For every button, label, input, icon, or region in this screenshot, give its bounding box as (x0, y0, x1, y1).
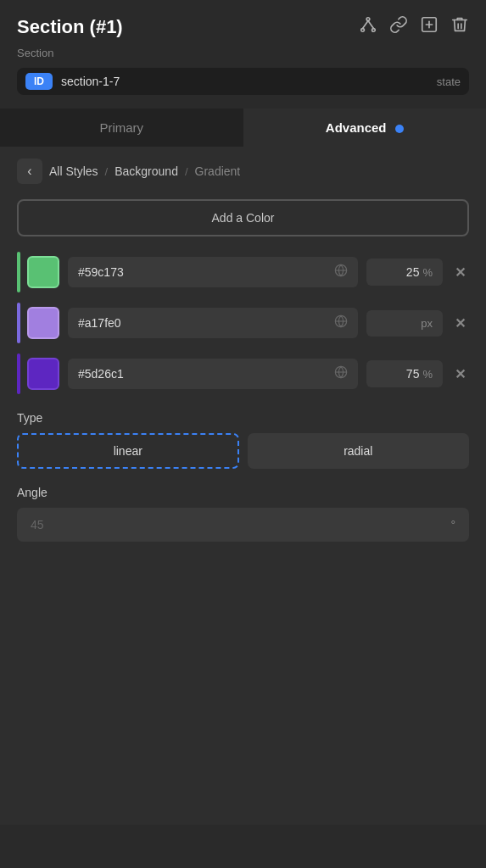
hierarchy-icon[interactable] (359, 15, 377, 38)
breadcrumb-sep-1: / (105, 165, 109, 178)
remove-btn-1[interactable]: ✕ (451, 261, 469, 284)
globe-icon-2[interactable] (334, 314, 348, 331)
tab-advanced[interactable]: Advanced (243, 108, 487, 147)
angle-label: Angle (17, 486, 469, 499)
add-color-button[interactable]: Add a Color (17, 199, 469, 236)
color-row-inner-1: #59c173 25 % ✕ (27, 256, 469, 288)
color-row-inner-3: #5d26c1 75 % ✕ (27, 358, 469, 390)
value-unit-2: px (421, 317, 433, 330)
angle-input[interactable]: 45 ° (17, 508, 469, 542)
color-hex-group-1[interactable]: #59c173 (68, 257, 358, 287)
color-hex-2: #a17fe0 (78, 316, 327, 330)
value-group-1[interactable]: 25 % (366, 259, 443, 286)
breadcrumb-gradient: Gradient (195, 164, 241, 178)
type-radial-button[interactable]: radial (248, 433, 470, 469)
header: Section (#1) (0, 0, 486, 45)
color-row-inner-2: #a17fe0 px ✕ (27, 307, 469, 339)
color-hex-3: #5d26c1 (78, 367, 327, 381)
id-badge: ID (25, 73, 53, 90)
value-unit-3: % (422, 368, 433, 381)
link-icon[interactable] (389, 15, 408, 38)
breadcrumb-all-styles[interactable]: All Styles (49, 164, 98, 178)
accent-bar-2 (17, 303, 20, 343)
value-group-3[interactable]: 75 % (366, 360, 443, 387)
back-button[interactable]: ‹ (17, 159, 42, 184)
color-hex-group-3[interactable]: #5d26c1 (68, 359, 358, 389)
value-num-3: 75 (377, 367, 419, 381)
tab-primary[interactable]: Primary (0, 108, 243, 147)
color-row-1: #59c173 25 % ✕ (17, 252, 469, 292)
id-value: section-1-7 (61, 75, 428, 88)
type-linear-button[interactable]: linear (17, 433, 239, 469)
tabs: Primary Advanced (0, 108, 486, 147)
angle-section: Angle 45 ° (17, 486, 469, 542)
globe-icon-3[interactable] (334, 365, 348, 382)
svg-line-3 (363, 20, 368, 28)
value-group-2[interactable]: px (366, 310, 443, 337)
color-hex-1: #59c173 (78, 265, 327, 279)
state-button[interactable]: state (437, 75, 461, 88)
color-row-2: #a17fe0 px ✕ (17, 303, 469, 343)
value-unit-1: % (422, 266, 433, 279)
section-label: Section (0, 45, 486, 68)
color-hex-group-2[interactable]: #a17fe0 (68, 308, 358, 338)
breadcrumb: ‹ All Styles / Background / Gradient (17, 159, 469, 184)
type-row: linear radial (17, 433, 469, 469)
accent-bar-3 (17, 353, 20, 394)
accent-bar-1 (17, 252, 20, 292)
remove-btn-3[interactable]: ✕ (451, 363, 469, 386)
tab-active-indicator (395, 125, 404, 133)
header-icon-group (359, 15, 469, 38)
value-num-1: 25 (377, 265, 419, 279)
add-frame-icon[interactable] (420, 15, 439, 38)
main-content: ‹ All Styles / Background / Gradient Add… (0, 147, 486, 825)
type-section: Type linear radial (17, 411, 469, 469)
globe-icon-1[interactable] (334, 264, 348, 281)
page-title: Section (#1) (17, 16, 123, 38)
svg-line-4 (368, 20, 373, 28)
color-row-3: #5d26c1 75 % ✕ (17, 353, 469, 394)
angle-unit: ° (450, 518, 455, 531)
color-swatch-1[interactable] (27, 256, 59, 288)
color-swatch-2[interactable] (27, 307, 59, 339)
color-swatch-3[interactable] (27, 358, 59, 390)
type-label: Type (17, 411, 469, 425)
breadcrumb-background[interactable]: Background (115, 164, 178, 178)
trash-icon[interactable] (450, 15, 469, 38)
breadcrumb-sep-2: / (185, 165, 188, 178)
remove-btn-2[interactable]: ✕ (451, 312, 469, 335)
angle-value: 45 (31, 518, 445, 531)
id-row: ID section-1-7 state (17, 68, 469, 95)
